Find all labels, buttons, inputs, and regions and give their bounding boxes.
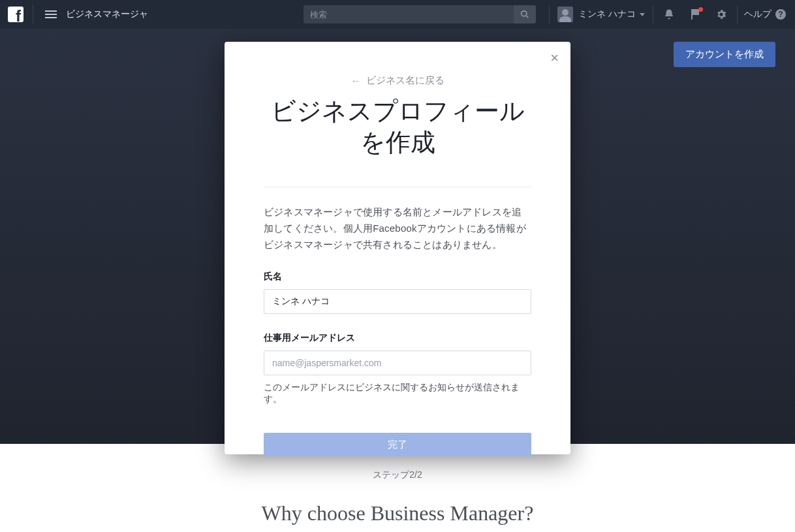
search-box bbox=[304, 5, 536, 23]
menu-icon[interactable] bbox=[45, 10, 57, 18]
close-button[interactable]: × bbox=[550, 51, 559, 65]
submit-button[interactable]: 完了 bbox=[264, 433, 531, 456]
arrow-left-icon: ← bbox=[351, 75, 361, 87]
email-helper: このメールアドレスにビジネスに関するお知らせが送信されます。 bbox=[264, 382, 531, 405]
svg-point-0 bbox=[522, 11, 527, 16]
modal-title: ビジネスプロフィールを作成 bbox=[264, 96, 531, 158]
divider bbox=[264, 187, 531, 187]
search-button[interactable] bbox=[514, 5, 536, 23]
help-menu[interactable]: ヘルプ ? bbox=[744, 8, 786, 20]
avatar bbox=[557, 7, 573, 22]
gear-icon bbox=[715, 8, 727, 20]
app-title: ビジネスマネージャ bbox=[66, 8, 148, 20]
separator bbox=[653, 5, 653, 23]
user-menu[interactable]: ミンネ ハナコ bbox=[557, 7, 645, 22]
help-label: ヘルプ bbox=[744, 8, 772, 20]
back-link[interactable]: ← ビジネス名に戻る bbox=[264, 74, 531, 87]
flag-button[interactable] bbox=[686, 9, 704, 20]
chevron-down-icon bbox=[640, 13, 645, 16]
bell-icon bbox=[663, 8, 675, 20]
username-label: ミンネ ハナコ bbox=[578, 8, 636, 20]
settings-button[interactable] bbox=[712, 8, 730, 20]
name-input[interactable] bbox=[264, 289, 531, 314]
flag-icon bbox=[690, 9, 700, 20]
help-icon: ? bbox=[775, 9, 786, 20]
search-icon bbox=[520, 10, 529, 19]
step-indicator: ステップ2/2 bbox=[264, 469, 531, 481]
email-label: 仕事用メールアドレス bbox=[264, 332, 531, 344]
modal-overlay: × ← ビジネス名に戻る ビジネスプロフィールを作成 ビジネスマネージャで使用す… bbox=[0, 29, 795, 532]
separator bbox=[737, 5, 738, 23]
search-input[interactable] bbox=[304, 10, 514, 20]
modal-description: ビジネスマネージャで使用する名前とメールアドレスを追加してください。個人用Fac… bbox=[264, 204, 531, 253]
separator bbox=[549, 5, 550, 23]
back-label: ビジネス名に戻る bbox=[366, 74, 444, 87]
notifications-button[interactable] bbox=[660, 8, 678, 20]
svg-line-1 bbox=[526, 16, 529, 18]
facebook-logo[interactable] bbox=[8, 7, 23, 22]
create-profile-modal: × ← ビジネス名に戻る ビジネスプロフィールを作成 ビジネスマネージャで使用す… bbox=[225, 42, 570, 454]
notification-dot bbox=[698, 7, 703, 12]
email-input[interactable] bbox=[264, 351, 531, 375]
topbar: ビジネスマネージャ ミンネ ハナコ ヘルプ ? bbox=[0, 0, 795, 29]
name-label: 氏名 bbox=[264, 271, 531, 283]
separator bbox=[33, 5, 33, 23]
close-icon: × bbox=[550, 50, 559, 66]
